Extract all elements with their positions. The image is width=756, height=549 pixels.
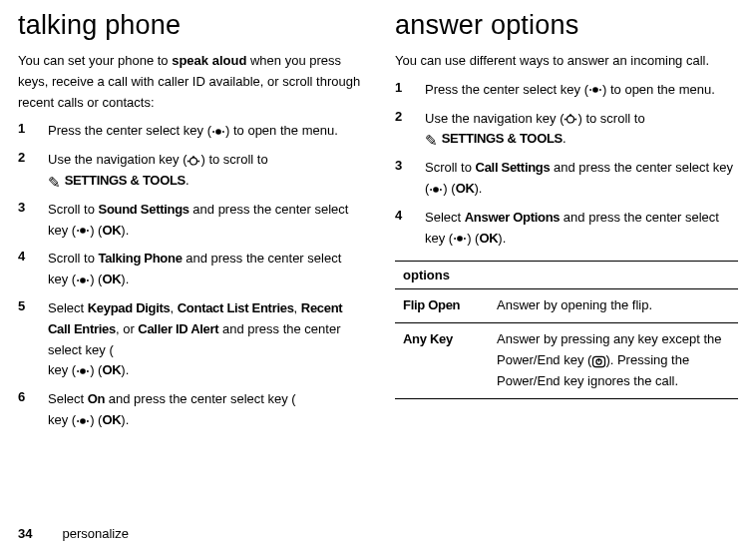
step-number: 5 (18, 298, 48, 381)
step-body: Press the center select key () to open t… (48, 121, 361, 142)
menu-path: SETTINGS & TOOLS (442, 131, 563, 146)
option-name: Any Key (403, 331, 453, 346)
text: ) to scroll to (577, 111, 644, 126)
text: ) ( (90, 223, 102, 238)
left-steps: 1 Press the center select key () to open… (18, 121, 361, 430)
step-body: Scroll to Sound Settings and press the c… (48, 200, 361, 242)
tools-icon: ✎ (425, 133, 438, 148)
text: Press the center select key ( (425, 82, 588, 97)
right-steps: 1 Press the center select key () to open… (395, 80, 738, 250)
ok-label: OK (102, 272, 121, 286)
text: . (563, 131, 567, 146)
menu-item: On (88, 391, 105, 406)
step-number: 2 (18, 150, 48, 192)
step-number: 2 (395, 109, 425, 151)
ok-label: OK (456, 181, 475, 196)
text: ) to open the menu. (225, 123, 338, 138)
menu-item: Keypad Digits (88, 300, 171, 315)
table-row: Flip Open Answer by opening the flip. (395, 289, 738, 323)
text: Scroll to (425, 160, 476, 175)
center-select-icon (76, 415, 90, 427)
step-body: Use the navigation key () to scroll to ✎… (425, 109, 738, 151)
center-select-icon (76, 274, 90, 286)
text: and press the center select key ( (105, 391, 295, 406)
center-select-icon (76, 365, 90, 377)
step-number: 3 (18, 200, 48, 242)
text: ). (498, 231, 506, 246)
left-column: talking phone You can set your phone to … (18, 10, 361, 439)
text: ) to scroll to (200, 152, 267, 167)
step-number: 1 (395, 80, 425, 101)
step-number: 4 (395, 208, 425, 250)
text: . (186, 173, 189, 188)
text: ). (121, 272, 129, 286)
left-intro: You can set your phone to speak aloud wh… (18, 51, 361, 113)
right-column: answer options You can use different way… (395, 10, 738, 439)
step-body: Use the navigation key () to scroll to ✎… (48, 150, 361, 192)
text: Press the center select key ( (48, 123, 211, 138)
text: ) ( (90, 362, 102, 377)
right-heading: answer options (395, 10, 738, 41)
step-number: 6 (18, 389, 48, 431)
text: Select (48, 391, 88, 406)
text: ). (121, 223, 129, 238)
table-row: Any Key Answer by pressing any key excep… (395, 323, 738, 398)
option-name: Flip Open (403, 297, 460, 312)
center-select-icon (211, 126, 225, 138)
section-label: personalize (62, 526, 129, 541)
center-select-icon (588, 84, 602, 96)
text: ). (475, 181, 483, 196)
center-select-icon (429, 184, 443, 196)
text: ). (121, 362, 129, 377)
center-select-icon (453, 233, 467, 245)
menu-item: Sound Settings (99, 202, 189, 217)
text: ). (121, 412, 129, 427)
text: ) ( (90, 412, 102, 427)
right-intro: You can use different ways to answer an … (395, 51, 738, 72)
option-desc: Answer by pressing any key except the Po… (489, 323, 738, 398)
text: , (171, 300, 178, 315)
step-body: Select Keypad Digits, Contact List Entri… (48, 298, 361, 381)
text: Select (425, 210, 465, 225)
step-body: Press the center select key () to open t… (425, 80, 738, 101)
menu-item: Answer Options (465, 210, 560, 225)
text: ) ( (467, 231, 479, 246)
bold-text: speak aloud (172, 53, 246, 68)
menu-item: Contact List Entries (178, 300, 294, 315)
ok-label: OK (102, 412, 121, 427)
step-number: 1 (18, 121, 48, 142)
step-body: Select Answer Options and press the cent… (425, 208, 738, 250)
menu-item: Caller ID Alert (138, 321, 218, 336)
text: Scroll to (48, 251, 99, 266)
ok-label: OK (479, 231, 498, 246)
menu-item: Talking Phone (99, 251, 183, 266)
ok-label: OK (102, 362, 121, 377)
text: You can set your phone to (18, 53, 172, 68)
nav-key-icon (187, 155, 200, 167)
left-heading: talking phone (18, 10, 361, 41)
text: Select (48, 300, 88, 315)
text: key ( (48, 412, 76, 427)
center-select-icon (76, 225, 90, 237)
nav-key-icon (564, 113, 577, 125)
options-header: options (395, 262, 738, 289)
options-table: options Flip Open Answer by opening the … (395, 261, 738, 398)
menu-path: SETTINGS & TOOLS (65, 173, 186, 188)
step-number: 3 (395, 158, 425, 200)
menu-item: Call Settings (476, 160, 551, 175)
text: ) ( (443, 181, 455, 196)
text: Scroll to (48, 202, 99, 217)
text: ) to open the menu. (602, 82, 715, 97)
text: , or (116, 321, 138, 336)
option-desc: Answer by opening the flip. (489, 289, 738, 323)
ok-label: OK (102, 223, 121, 238)
step-number: 4 (18, 249, 48, 290)
page-number: 34 (18, 526, 32, 541)
text: key ( (48, 362, 76, 377)
step-body: Select On and press the center select ke… (48, 389, 361, 431)
step-body: Scroll to Call Settings and press the ce… (425, 158, 738, 200)
text: Use the navigation key ( (48, 152, 187, 167)
power-end-icon (591, 355, 605, 367)
tools-icon: ✎ (48, 175, 61, 190)
step-body: Scroll to Talking Phone and press the ce… (48, 249, 361, 290)
